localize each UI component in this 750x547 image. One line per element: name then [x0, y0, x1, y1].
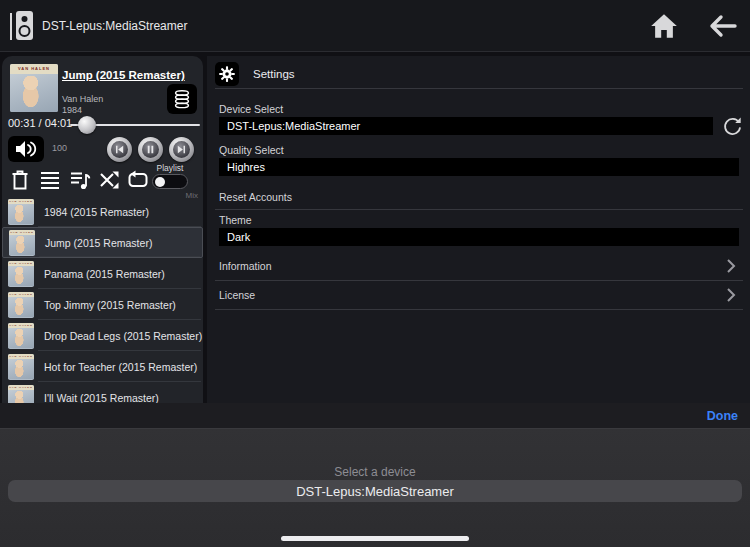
playlist-item-title: Top Jimmy (2015 Remaster): [44, 299, 176, 311]
top-bar: DST-Lepus:MediaStreamer: [0, 0, 750, 52]
media-server-button[interactable]: [167, 84, 197, 114]
next-icon: [173, 141, 190, 158]
track-artist: Van Halen: [62, 94, 103, 104]
next-track-button[interactable]: [169, 137, 194, 162]
picker-selected-device[interactable]: DST-Lepus:MediaStreamer: [8, 480, 742, 502]
license-row[interactable]: License: [207, 283, 750, 307]
quality-select-label: Quality Select: [219, 144, 284, 156]
album-thumbnail: VAN HALEN: [8, 354, 34, 380]
playlist-toggle-label: Playlist: [148, 163, 192, 173]
chevron-right-icon: [724, 287, 738, 303]
information-row[interactable]: Information: [207, 254, 750, 278]
playlist-item-title: Drop Dead Legs (2015 Remaster): [44, 330, 202, 342]
album-art: VAN HALEN: [10, 64, 58, 112]
album-thumbnail: VAN HALEN: [9, 230, 35, 256]
playlist-row[interactable]: VAN HALEN 1984 (2015 Remaster): [2, 196, 203, 227]
album-thumbnail: VAN HALEN: [8, 261, 34, 287]
device-select-label: Device Select: [219, 103, 283, 115]
shuffle-icon: [98, 168, 123, 192]
playlist-row[interactable]: VAN HALEN I'll Wait (2015 Remaster): [2, 382, 203, 404]
track-title-link[interactable]: Jump (2015 Remaster): [62, 69, 202, 81]
theme-label: Theme: [219, 214, 252, 226]
device-title: DST-Lepus:MediaStreamer: [42, 19, 187, 33]
picker-prompt: Select a device: [0, 465, 750, 479]
playlist-item-title: 1984 (2015 Remaster): [44, 206, 149, 218]
album-thumbnail: VAN HALEN: [8, 292, 34, 318]
playlist-item-title: I'll Wait (2015 Remaster): [44, 392, 159, 404]
queue-list-button[interactable]: [38, 167, 63, 192]
time-display: 00:31 / 04:01: [8, 117, 72, 129]
playlist-item-title: Panama (2015 Remaster): [44, 268, 165, 280]
back-arrow-icon: [706, 13, 738, 39]
album-thumbnail: VAN HALEN: [8, 199, 34, 225]
theme-field[interactable]: Dark: [219, 228, 739, 246]
reset-accounts-label: Reset Accounts: [219, 191, 292, 203]
device-select-field[interactable]: DST-Lepus:MediaStreamer: [219, 117, 713, 135]
playlist: VAN HALEN 1984 (2015 Remaster) VAN HALEN…: [2, 196, 203, 404]
seek-slider[interactable]: [70, 116, 200, 134]
server-stack-icon: [171, 88, 193, 110]
settings-header: Settings: [215, 62, 295, 86]
playlist-row[interactable]: VAN HALEN Top Jimmy (2015 Remaster): [2, 289, 203, 320]
player-panel: VAN HALEN Jump (2015 Remaster) Van Halen…: [2, 56, 203, 404]
speaker-logo-icon: [8, 9, 36, 43]
settings-panel: Settings Device Select DST-Lepus:MediaSt…: [207, 56, 750, 403]
divider: [215, 280, 743, 281]
playlist-add-button[interactable]: [68, 167, 93, 192]
playlist-mix-toggle[interactable]: [152, 174, 188, 189]
information-label: Information: [219, 260, 272, 272]
previous-track-button[interactable]: [107, 137, 132, 162]
license-label: License: [219, 289, 255, 301]
done-button[interactable]: Done: [707, 409, 738, 423]
reset-accounts-row[interactable]: Reset Accounts: [207, 186, 750, 208]
app-screen: DST-Lepus:MediaStreamer VAN: [0, 0, 750, 547]
pause-button[interactable]: [138, 137, 163, 162]
playlist-row[interactable]: VAN HALEN Drop Dead Legs (2015 Remaster): [2, 320, 203, 351]
album-cover-text: VAN HALEN: [18, 66, 50, 71]
settings-title: Settings: [253, 68, 295, 80]
picker-toolbar: Done: [0, 403, 750, 428]
list-icon: [38, 168, 63, 192]
playlist-item-title: Hot for Teacher (2015 Remaster): [44, 361, 197, 373]
trash-icon: [8, 168, 33, 192]
shuffle-button[interactable]: [98, 167, 123, 192]
pause-icon: [142, 141, 159, 158]
gear-icon: [215, 62, 239, 86]
track-album: 1984: [62, 105, 82, 115]
music-note-list-icon: [68, 168, 93, 192]
volume-button[interactable]: [8, 136, 44, 162]
refresh-devices-button[interactable]: [721, 114, 745, 138]
home-icon: [650, 13, 678, 39]
playlist-item-title: Jump (2015 Remaster): [45, 237, 152, 249]
divider: [215, 309, 743, 310]
back-button[interactable]: [704, 11, 740, 41]
volume-value: 100: [52, 143, 67, 153]
device-picker: Select a device DST-Lepus:MediaStreamer: [0, 428, 750, 547]
home-indicator[interactable]: [281, 536, 469, 541]
previous-icon: [111, 141, 128, 158]
playlist-row[interactable]: VAN HALEN Panama (2015 Remaster): [2, 258, 203, 289]
album-thumbnail: VAN HALEN: [8, 385, 34, 405]
quality-select-field[interactable]: Highres: [219, 158, 739, 176]
playlist-row-selected[interactable]: VAN HALEN Jump (2015 Remaster): [2, 227, 203, 258]
refresh-icon: [721, 115, 745, 137]
clear-queue-button[interactable]: [8, 167, 33, 192]
divider: [215, 88, 743, 89]
speaker-volume-icon: [14, 139, 38, 159]
divider: [215, 209, 743, 210]
chevron-right-icon: [724, 258, 738, 274]
home-button[interactable]: [648, 11, 680, 41]
album-thumbnail: VAN HALEN: [8, 323, 34, 349]
playlist-row[interactable]: VAN HALEN Hot for Teacher (2015 Remaster…: [2, 351, 203, 382]
seek-knob[interactable]: [78, 116, 96, 134]
